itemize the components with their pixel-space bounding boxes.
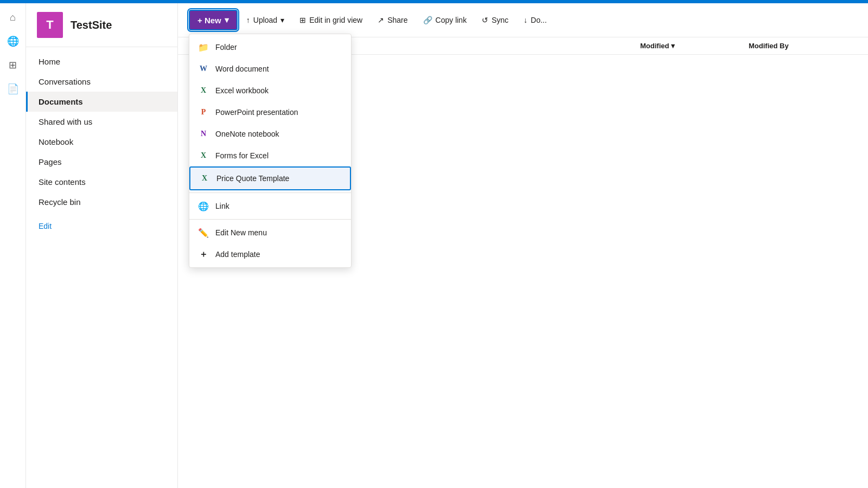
edit-grid-button[interactable]: ⊞ Edit in grid view: [293, 11, 369, 29]
nav-item-shared-with-us[interactable]: Shared with us: [26, 112, 177, 132]
onenote-icon: N: [198, 129, 209, 139]
link-icon: 🔗: [423, 16, 432, 24]
dropdown-divider-2: [189, 219, 351, 220]
sidebar: T TestSite Home Conversations Documents …: [26, 3, 178, 488]
site-title: TestSite: [71, 19, 112, 31]
col-modified-by-header[interactable]: Modified By: [749, 42, 857, 50]
site-header: T TestSite: [26, 3, 177, 47]
share-icon: ↗: [378, 16, 384, 24]
toolbar: + New ▾ ↑ Upload ▾ ⊞ Edit in grid view ↗…: [178, 3, 868, 37]
dropdown-item-forms[interactable]: X Forms for Excel: [189, 145, 351, 166]
sync-icon: ↺: [482, 16, 488, 24]
dropdown-item-word[interactable]: W Word document: [189, 58, 351, 80]
folder-icon: 📁: [198, 42, 209, 53]
dropdown-item-ppt[interactable]: P PowerPoint presentation: [189, 101, 351, 123]
word-icon: W: [198, 63, 209, 74]
home-icon[interactable]: ⌂: [3, 8, 23, 27]
pencil-icon: ✏️: [198, 227, 209, 238]
dropdown-item-folder[interactable]: 📁 Folder: [189, 36, 351, 58]
nav-item-conversations[interactable]: Conversations: [26, 72, 177, 92]
grid-icon[interactable]: ⊞: [3, 55, 23, 75]
excel-icon: X: [198, 85, 209, 96]
download-icon: ↓: [524, 16, 527, 24]
upload-button[interactable]: ↑ Upload ▾: [240, 11, 291, 29]
upload-icon: ↑: [246, 16, 250, 24]
link-globe-icon: 🌐: [198, 201, 209, 211]
new-dropdown-menu: 📁 Folder W Word document X Excel workboo…: [189, 34, 352, 268]
dropdown-item-onenote[interactable]: N OneNote notebook: [189, 123, 351, 145]
main-content: + New ▾ ↑ Upload ▾ ⊞ Edit in grid view ↗…: [178, 3, 868, 488]
sort-icon: ▾: [671, 42, 675, 50]
dropdown-divider: [189, 192, 351, 193]
document-icon[interactable]: 📄: [3, 79, 23, 99]
dropdown-item-price-quote[interactable]: X Price Quote Template: [189, 166, 351, 190]
plus-icon: ＋: [198, 249, 209, 260]
icon-rail: ⌂ 🌐 ⊞ 📄: [0, 3, 26, 488]
nav-item-documents[interactable]: Documents: [26, 92, 177, 112]
price-quote-icon: X: [199, 173, 210, 184]
do-button[interactable]: ↓ Do...: [517, 11, 553, 29]
col-modified-header[interactable]: Modified ▾: [640, 42, 749, 50]
dropdown-item-link[interactable]: 🌐 Link: [189, 195, 351, 217]
sync-button[interactable]: ↺ Sync: [475, 11, 515, 29]
share-button[interactable]: ↗ Share: [371, 11, 414, 29]
dropdown-item-edit-new[interactable]: ✏️ Edit New menu: [189, 222, 351, 243]
globe-icon[interactable]: 🌐: [3, 31, 23, 51]
new-button[interactable]: + New ▾: [189, 10, 238, 30]
ppt-icon: P: [198, 107, 209, 118]
dropdown-item-excel[interactable]: X Excel workbook: [189, 80, 351, 101]
forms-icon: X: [198, 150, 209, 161]
upload-chevron-icon: ▾: [280, 16, 284, 24]
copy-link-button[interactable]: 🔗 Copy link: [417, 11, 474, 29]
site-logo: T: [37, 12, 63, 38]
grid-view-icon: ⊞: [299, 16, 306, 24]
nav-item-pages[interactable]: Pages: [26, 152, 177, 172]
dropdown-item-add-template[interactable]: ＋ Add template: [189, 243, 351, 265]
nav-list: Home Conversations Documents Shared with…: [26, 47, 177, 488]
nav-item-edit[interactable]: Edit: [26, 216, 177, 236]
nav-item-notebook[interactable]: Notebook: [26, 132, 177, 152]
nav-item-recycle-bin[interactable]: Recycle bin: [26, 192, 177, 212]
nav-item-site-contents[interactable]: Site contents: [26, 172, 177, 192]
nav-item-home[interactable]: Home: [26, 52, 177, 72]
